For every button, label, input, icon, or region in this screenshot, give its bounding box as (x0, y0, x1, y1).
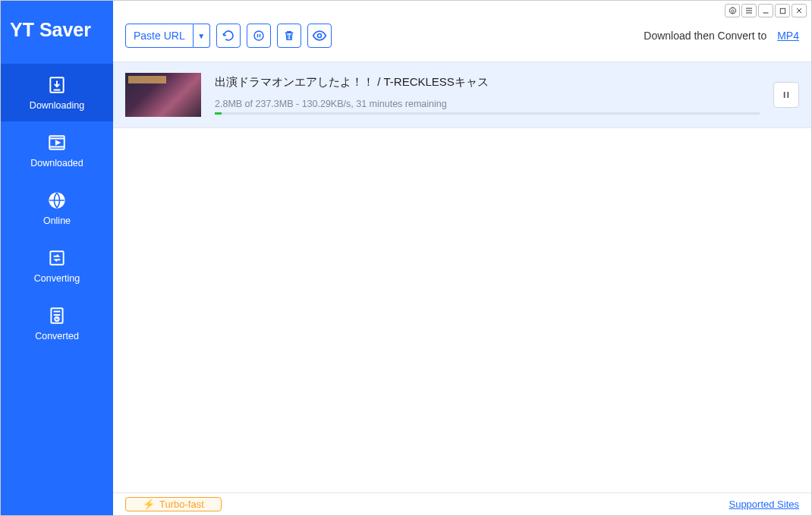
sidebar-item-downloading[interactable]: Downloading (1, 64, 113, 121)
download-list: 出演ドラマオンエアしたよ！！ / T-RECKLESSキャス 2.8MB of … (113, 62, 811, 492)
main-panel: Paste URL ▼ Download then Convert to MP4 (113, 1, 811, 515)
settings-button[interactable] (725, 4, 740, 17)
globe-icon (46, 190, 68, 211)
sidebar-item-online[interactable]: Online (1, 179, 113, 237)
paste-url-group: Paste URL ▼ (125, 24, 210, 48)
refresh-button[interactable] (216, 24, 241, 48)
sidebar-item-label: Downloading (30, 100, 84, 111)
sidebar-item-label: Downloaded (30, 158, 83, 168)
download-thumbnail (125, 73, 201, 117)
footer: ⚡ Turbo-fast Supported Sites (113, 492, 811, 515)
sidebar-item-label: Converted (35, 331, 79, 341)
paste-url-dropdown[interactable]: ▼ (194, 24, 210, 48)
turbo-label: Turbo-fast (159, 499, 204, 510)
download-progress-bar (215, 112, 222, 115)
sidebar: YT Saver Downloading Downloaded Online (1, 1, 113, 515)
svg-rect-7 (780, 8, 785, 13)
paste-url-button[interactable]: Paste URL (125, 24, 194, 48)
minimize-button[interactable] (758, 4, 773, 17)
sidebar-item-label: Online (43, 216, 71, 226)
delete-button[interactable] (277, 24, 301, 48)
toolbar: Paste URL ▼ Download then Convert to MP4 (113, 1, 811, 62)
close-button[interactable] (792, 4, 807, 17)
convert-label: Download then Convert to (644, 30, 766, 42)
menu-button[interactable] (741, 4, 757, 17)
sidebar-item-label: Converting (34, 273, 80, 284)
turbo-fast-button[interactable]: ⚡ Turbo-fast (125, 497, 222, 511)
svg-point-9 (317, 34, 321, 38)
converted-file-icon (46, 305, 68, 326)
supported-sites-link[interactable]: Supported Sites (729, 499, 799, 510)
maximize-button[interactable] (775, 4, 790, 17)
download-status: 2.8MB of 237.3MB - 130.29KB/s, 31 minute… (215, 99, 760, 109)
sidebar-nav: Downloading Downloaded Online Converting (1, 64, 113, 352)
convert-icon (46, 247, 68, 269)
sidebar-item-downloaded[interactable]: Downloaded (1, 121, 113, 179)
sidebar-item-converting[interactable]: Converting (1, 237, 113, 294)
download-item: 出演ドラマオンエアしたよ！！ / T-RECKLESSキャス 2.8MB of … (113, 62, 811, 128)
svg-point-8 (254, 31, 263, 40)
convert-format-link[interactable]: MP4 (777, 30, 799, 42)
sidebar-item-converted[interactable]: Converted (1, 294, 113, 352)
app-brand: YT Saver (1, 1, 113, 64)
pause-download-button[interactable] (773, 82, 799, 108)
bolt-icon: ⚡ (143, 499, 155, 510)
download-info: 出演ドラマオンエアしたよ！！ / T-RECKLESSキャス 2.8MB of … (215, 75, 760, 115)
svg-rect-3 (50, 251, 63, 264)
window-controls (725, 4, 807, 17)
download-title: 出演ドラマオンエアしたよ！！ / T-RECKLESSキャス (215, 75, 760, 90)
download-icon (46, 74, 68, 96)
video-file-icon (46, 132, 68, 153)
pause-all-button[interactable] (247, 24, 271, 48)
svg-point-6 (731, 9, 733, 11)
download-progress-track (215, 112, 760, 115)
preview-button[interactable] (307, 24, 332, 48)
